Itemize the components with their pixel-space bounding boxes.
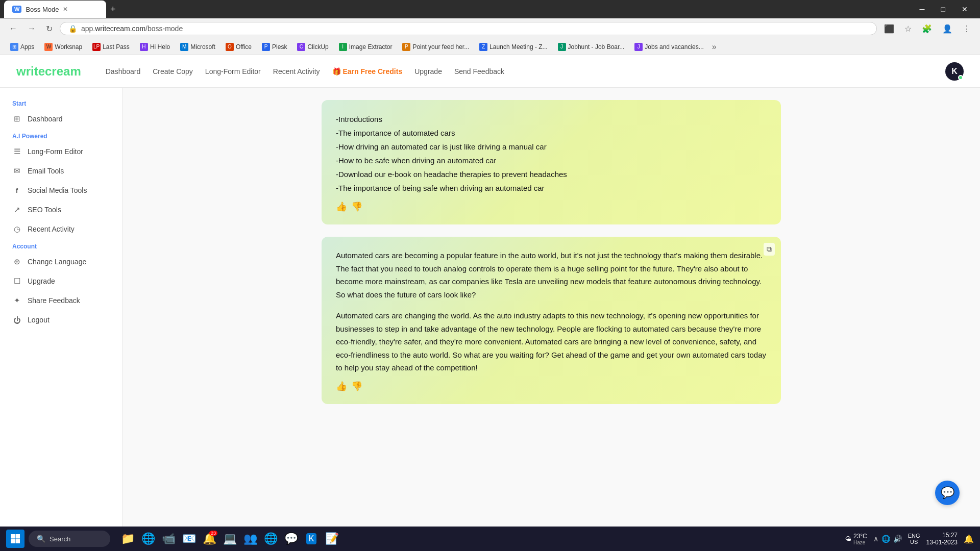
- taskbar-edge[interactable]: 🌐: [139, 530, 157, 548]
- taskbar-search[interactable]: 🔍 Search: [29, 531, 110, 547]
- result-card-1: -Introductions -The importance of automa…: [322, 100, 781, 224]
- bookmark-apps[interactable]: ⊞ Apps: [6, 42, 38, 52]
- microsoft-icon: M: [180, 43, 188, 51]
- taskbar-mail[interactable]: 📧: [180, 530, 198, 548]
- result-paragraph-1: Automated cars are becoming a popular fe…: [336, 249, 767, 301]
- thumbs-up-button-1[interactable]: 👍: [336, 201, 347, 212]
- sidebar-item-dashboard[interactable]: ⊞ Dashboard: [0, 109, 122, 129]
- sidebar-item-upgrade[interactable]: ☐ Upgrade: [0, 271, 122, 291]
- new-tab-button[interactable]: +: [106, 4, 120, 15]
- taskbar-skype[interactable]: 💬: [282, 530, 300, 548]
- bookmark-clickup[interactable]: C ClickUp: [293, 42, 332, 52]
- minimize-button[interactable]: ─: [912, 1, 933, 17]
- clickup-icon: C: [297, 43, 305, 51]
- time-display: 15:27: [926, 532, 958, 539]
- taskbar-file-explorer[interactable]: 📁: [118, 530, 137, 548]
- search-icon: 🔍: [37, 535, 45, 543]
- volume-icon[interactable]: 🔊: [893, 535, 902, 543]
- main-layout: Start ⊞ Dashboard A.I Powered ☰ Long-For…: [0, 88, 980, 551]
- nav-send-feedback[interactable]: Send Feedback: [454, 65, 504, 78]
- notifications-button[interactable]: 🔔: [964, 534, 974, 544]
- svg-rect-2: [11, 539, 15, 544]
- feedback-row-2: 👍 👎: [336, 381, 767, 392]
- sidebar-item-social-media-tools[interactable]: f Social Media Tools: [0, 181, 122, 200]
- tab-close-icon[interactable]: ✕: [63, 6, 68, 13]
- sidebar-item-recent-activity[interactable]: ◷ Recent Activity: [0, 219, 122, 239]
- bookmark-hihelo-label: Hi Helo: [150, 43, 170, 51]
- sidebar-section-account: Account: [0, 239, 122, 252]
- bookmark-image-extractor[interactable]: I Image Extractor: [335, 42, 397, 52]
- close-button[interactable]: ✕: [953, 1, 976, 17]
- browser-controls-bar: ← → ↻ 🔒 app.writecream.com/boss-mode ⬛ ☆…: [0, 18, 980, 39]
- lastpass-icon: LP: [92, 43, 101, 51]
- result-list-item-5: -Download our e-book on headache therapi…: [336, 167, 767, 181]
- thumbs-down-button-1[interactable]: 👎: [351, 201, 362, 212]
- sidebar-item-email-tools[interactable]: ✉ Email Tools: [0, 161, 122, 181]
- cast-button[interactable]: ⬛: [881, 22, 897, 36]
- taskbar-apps: 📁 🌐 📹 📧 🔔 23 💻 👥 🌐 💬 K 📝: [118, 530, 341, 548]
- taskbar-k[interactable]: K: [302, 530, 321, 548]
- sidebar-share-feedback-label: Share Feedback: [28, 296, 80, 305]
- chevron-up-icon[interactable]: ∧: [873, 535, 878, 543]
- top-nav: writecream Dashboard Create Copy Long-Fo…: [0, 55, 980, 88]
- taskbar-notes[interactable]: 📝: [323, 530, 341, 548]
- bookmark-plesk-label: Plesk: [272, 43, 287, 51]
- bookmark-point-feed[interactable]: P Point your feed her...: [398, 42, 473, 52]
- bookmark-button[interactable]: ☆: [901, 22, 915, 36]
- bookmark-jobs[interactable]: J Jobs and vacancies...: [630, 42, 707, 52]
- network-icon[interactable]: 🌐: [881, 535, 890, 543]
- taskbar-notifications[interactable]: 🔔 23: [200, 530, 218, 548]
- chat-bubble-button[interactable]: 💬: [935, 481, 960, 505]
- maximize-button[interactable]: □: [933, 1, 953, 17]
- content-area: -Introductions -The importance of automa…: [122, 88, 980, 551]
- menu-button[interactable]: ⋮: [960, 22, 974, 36]
- extensions-button[interactable]: 🧩: [919, 22, 935, 36]
- svg-rect-0: [11, 534, 15, 539]
- taskbar-teams[interactable]: 👥: [241, 530, 259, 548]
- sidebar-item-seo-tools[interactable]: ↗ SEO Tools: [0, 200, 122, 219]
- sidebar-email-tools-label: Email Tools: [28, 167, 64, 175]
- avatar-initial: K: [951, 67, 958, 76]
- change-language-icon: ⊕: [12, 257, 21, 266]
- sidebar-item-long-form-editor[interactable]: ☰ Long-Form Editor: [0, 142, 122, 161]
- nav-create-copy[interactable]: Create Copy: [153, 65, 193, 78]
- bookmark-microsoft[interactable]: M Microsoft: [176, 42, 219, 52]
- share-feedback-icon: ✦: [12, 296, 21, 305]
- reload-button[interactable]: ↻: [43, 22, 56, 36]
- bookmark-office[interactable]: O Office: [222, 42, 256, 52]
- nav-avatar[interactable]: K: [945, 62, 964, 81]
- nav-recent-activity[interactable]: Recent Activity: [273, 65, 320, 78]
- bookmark-lastpass[interactable]: LP Last Pass: [88, 42, 134, 52]
- active-tab[interactable]: W Boss Mode ✕: [4, 1, 106, 18]
- bookmark-launch-meeting[interactable]: Z Launch Meeting - Z...: [475, 42, 551, 52]
- sidebar-item-logout[interactable]: ⏻ Logout: [0, 310, 122, 330]
- bookmark-jobhunt[interactable]: J Jobhunt - Job Boar...: [554, 42, 629, 52]
- nav-dashboard[interactable]: Dashboard: [106, 65, 141, 78]
- thumbs-up-button-2[interactable]: 👍: [336, 381, 347, 392]
- social-media-icon: f: [12, 186, 21, 195]
- sidebar-item-change-language[interactable]: ⊕ Change Language: [0, 252, 122, 271]
- chrome-icon: 🌐: [264, 532, 278, 545]
- nav-upgrade[interactable]: Upgrade: [414, 65, 442, 78]
- taskbar-zoom[interactable]: 📹: [159, 530, 178, 548]
- back-button[interactable]: ←: [6, 22, 20, 35]
- taskbar-chrome[interactable]: 🌐: [261, 530, 280, 548]
- edge-icon: 🌐: [141, 532, 155, 545]
- sidebar-section-ai: A.I Powered: [0, 129, 122, 142]
- taskbar-vscode[interactable]: 💻: [220, 530, 239, 548]
- bookmark-worksnap[interactable]: W Worksnap: [40, 42, 86, 52]
- sidebar-item-share-feedback[interactable]: ✦ Share Feedback: [0, 291, 122, 310]
- start-button[interactable]: [6, 530, 24, 548]
- address-bar[interactable]: 🔒 app.writecream.com/boss-mode: [60, 22, 877, 35]
- forward-button[interactable]: →: [24, 22, 39, 35]
- bookmark-plesk[interactable]: P Plesk: [258, 42, 291, 52]
- nav-long-form-editor[interactable]: Long-Form Editor: [205, 65, 261, 78]
- nav-earn-free-credits[interactable]: 🎁 Earn Free Credits: [332, 65, 403, 78]
- date-display: 13-01-2023: [926, 539, 958, 546]
- copy-button[interactable]: ⧉: [764, 243, 775, 256]
- profile-button[interactable]: 👤: [939, 22, 955, 36]
- thumbs-down-button-2[interactable]: 👎: [351, 381, 362, 392]
- bookmark-hihelo[interactable]: H Hi Helo: [136, 42, 174, 52]
- bookmarks-more-button[interactable]: »: [710, 41, 719, 53]
- avatar-online-dot: [958, 75, 963, 80]
